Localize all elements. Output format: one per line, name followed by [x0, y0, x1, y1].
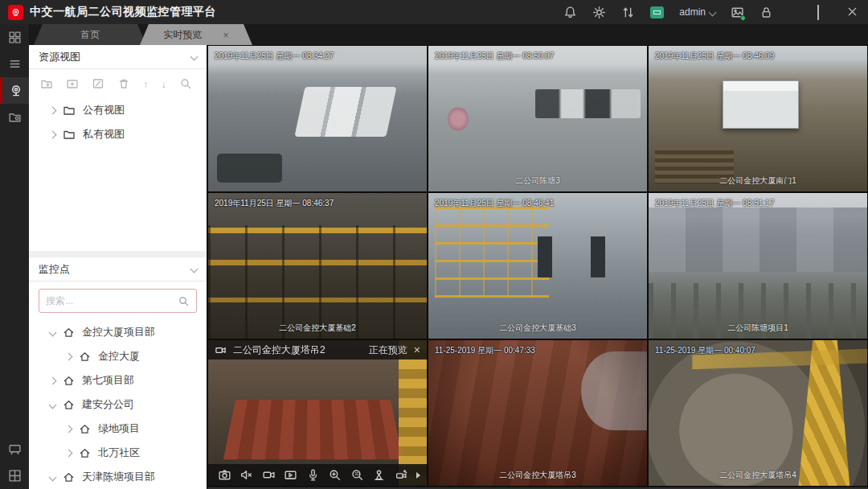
online-status-dot [740, 15, 746, 21]
osd-timestamp: 11-25-2019 星期一 00:40:07 [655, 345, 755, 356]
tree-item-public-views[interactable]: 公有视图 [29, 98, 207, 122]
video-cell-2[interactable]: 2019年11月25日 星期一 08:50:07 二公司陈塘3 [428, 45, 648, 192]
tree-item-label: 绿地项目 [98, 421, 140, 436]
video-cell-3[interactable]: 2019年11月25日 星期一 08:46:09 二公司金控大厦南门1 [648, 45, 868, 192]
home-icon [79, 447, 91, 459]
video-cell-5[interactable]: 2019年11月25日 星期一 08:46:41 二公司金控大厦基础3 [428, 192, 648, 339]
ptz-control-icon[interactable] [395, 468, 408, 482]
camera-icon [215, 344, 227, 356]
edit-icon[interactable] [92, 77, 104, 90]
chevron-right-icon [65, 352, 73, 360]
mute-speaker-icon[interactable] [240, 468, 253, 482]
tree-item-jinkong-tower[interactable]: 金控大厦 [29, 344, 207, 368]
tree-item-jinkong-project[interactable]: 金控大厦项目部 [29, 320, 207, 344]
zoom-3d-icon[interactable]: 3D [350, 468, 364, 482]
chevron-down-icon [709, 8, 717, 16]
user-menu[interactable]: admin [679, 6, 715, 18]
search-input[interactable] [46, 295, 178, 306]
tree-item-label: 第七项目部 [82, 373, 134, 388]
camera-name-label: 二公司陈塘项目1 [649, 323, 867, 334]
stream-switch-icon[interactable] [621, 6, 635, 19]
tree-item-greenland-project[interactable]: 绿地项目 [29, 417, 207, 441]
video-cell-4[interactable]: 2019年11月25日 星期一 08:46:37 二公司金控大厦基础2 [207, 192, 428, 339]
folder-icon [63, 128, 76, 141]
resource-tree: 公有视图 私有视图 [29, 98, 207, 146]
osd-timestamp: 2019年11月25日 星期一 08:50:07 [435, 51, 554, 62]
resource-view-header[interactable]: 资源视图 [29, 45, 207, 69]
video-cell-6[interactable]: 2019年11月25日 星期一 08:51:17 二公司陈塘项目1 [648, 192, 868, 339]
live-preview-rail-item[interactable] [0, 77, 29, 104]
sidebar: 资源视图 [29, 45, 207, 489]
locate-person-icon[interactable] [372, 468, 386, 482]
tree-item-private-views[interactable]: 私有视图 [29, 122, 207, 146]
wall-mode-icon[interactable] [650, 6, 664, 18]
search-icon[interactable] [179, 77, 192, 90]
osd-timestamp: 11-25-2019 星期一 00:47:33 [435, 345, 535, 356]
tree-item-label: 公有视图 [83, 103, 125, 117]
app-title: 中交一航局二公司视频监控管理平台 [30, 5, 216, 19]
projection-icon[interactable] [0, 436, 29, 462]
minimize-button[interactable] [788, 6, 802, 19]
record-icon[interactable] [262, 468, 276, 482]
rail-spacer [0, 130, 29, 436]
home-icon [63, 375, 75, 387]
apps-grid-icon[interactable] [0, 24, 29, 51]
maximize-button[interactable] [817, 6, 831, 19]
zoom-in-icon[interactable] [328, 468, 342, 482]
add-folder-icon[interactable] [40, 77, 53, 90]
tree-item-label: 金控大厦 [98, 349, 140, 364]
snapshot-manager-icon[interactable] [731, 6, 744, 19]
move-down-icon[interactable] [162, 78, 167, 90]
tab-home-label: 首页 [80, 28, 100, 42]
chevron-down-icon [49, 401, 57, 409]
preview-status-label: 正在预览 [369, 343, 407, 357]
home-icon [63, 327, 75, 339]
chevron-down-icon [190, 265, 199, 273]
resource-toolbar [29, 69, 207, 98]
video-cell-7-selected[interactable]: 二公司金控大厦塔吊2 正在预览 [207, 339, 428, 487]
tab-live-preview[interactable]: 实时预览 [140, 24, 252, 45]
tree-item-tianjin-chentang[interactable]: 天津陈塘项目部 [29, 465, 207, 489]
tree-item-label: 私有视图 [83, 127, 125, 142]
tree-item-beiwan-community[interactable]: 北万社区 [29, 441, 207, 465]
tab-live-label: 实时预览 [163, 28, 202, 42]
chevron-right-icon [65, 425, 73, 433]
video-cell-1[interactable]: 2019年11月25日 星期一 08:34:27 [207, 45, 428, 192]
snapshot-camera-icon[interactable] [218, 468, 231, 482]
osd-timestamp: 2019年11月25日 星期一 08:46:37 [215, 198, 334, 209]
selected-cell-toolbar: 3D [208, 464, 427, 486]
chevron-right-icon [65, 449, 73, 457]
move-up-icon[interactable] [143, 78, 149, 90]
menu-list-icon[interactable] [0, 51, 29, 77]
resource-folder-rail-item[interactable] [0, 104, 29, 130]
tab-home[interactable]: 首页 [34, 24, 146, 45]
settings-gear-icon[interactable] [592, 6, 606, 19]
osd-timestamp: 2019年11月25日 星期一 08:46:09 [655, 51, 774, 62]
video-cell-8[interactable]: 11-25-2019 星期一 00:47:33 二公司金控大厦塔吊3 [428, 339, 648, 487]
notification-bell-icon[interactable] [563, 6, 577, 19]
camera-name-label: 二公司金控大厦基础2 [208, 323, 427, 334]
camera-name-label: 二公司金控大厦南门1 [649, 175, 867, 187]
mic-icon[interactable] [306, 468, 320, 482]
tree-item-label: 北万社区 [98, 446, 140, 460]
tv-wall-icon[interactable] [0, 462, 29, 489]
monitor-points-section: 监控点 金控大厦项目部 [29, 257, 207, 489]
app-logo-icon [8, 5, 23, 20]
main-area: 2019年11月25日 星期一 08:34:27 2019年11月25日 星期一… [207, 45, 868, 489]
add-view-icon[interactable] [66, 77, 79, 90]
playback-icon[interactable] [284, 468, 297, 482]
close-button[interactable] [846, 6, 860, 19]
delete-trash-icon[interactable] [117, 77, 130, 90]
chevron-right-icon [49, 106, 57, 114]
selected-cell-header: 二公司金控大厦塔吊2 正在预览 [208, 340, 427, 360]
tree-item-seventh-project[interactable]: 第七项目部 [29, 368, 207, 392]
lock-screen-icon[interactable] [760, 6, 773, 19]
svg-text:3D: 3D [354, 472, 360, 476]
monitor-points-header[interactable]: 监控点 [29, 257, 207, 281]
video-cell-9[interactable]: 11-25-2019 星期一 00:40:07 二公司金控大厦塔吊4 [648, 339, 868, 487]
tree-item-jianan-branch[interactable]: 建安分公司 [29, 392, 207, 417]
more-tools-arrow-icon[interactable] [416, 472, 420, 479]
search-icon[interactable] [178, 295, 190, 307]
tab-close-icon[interactable] [223, 29, 229, 41]
close-preview-icon[interactable] [414, 343, 420, 356]
